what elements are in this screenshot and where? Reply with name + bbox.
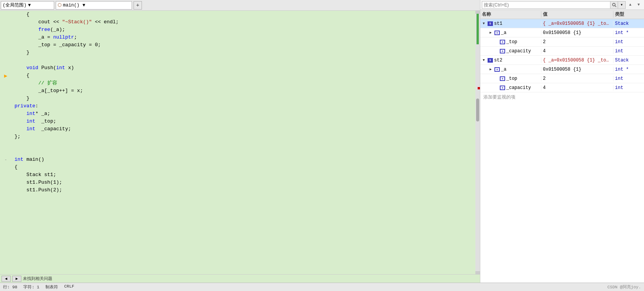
st1-cap-name: _capacity <box>506 48 531 54</box>
watch-cell-type-st2-cap: int <box>613 85 644 91</box>
st1-name: st1 <box>494 21 502 26</box>
gutter-20: - <box>0 156 11 163</box>
watch-row-st2-capacity[interactable]: ▶ a _capacity 4 int <box>480 83 644 92</box>
function-label: main() <box>63 3 79 8</box>
watch-cell-type-st2: Stack <box>613 58 644 63</box>
function-icon: ⬡ <box>58 2 61 8</box>
st1-top-name: _top <box>506 39 517 45</box>
st2-top-name: _top <box>506 76 517 81</box>
scroll-down[interactable] <box>475 271 480 274</box>
expand-st2-a-icon[interactable]: ▶ <box>488 67 493 72</box>
encoding-indicator: CRLF <box>64 284 74 290</box>
gutter-5 <box>0 41 11 49</box>
watch-cell-name-st2-top: ▶ a _top <box>480 76 541 81</box>
mode-indicator: 制表符 <box>45 284 58 290</box>
gutter-23 <box>0 179 11 186</box>
gutter-16 <box>0 125 11 133</box>
gutter-22 <box>0 171 11 179</box>
green-indicator <box>477 14 479 44</box>
watch-cell-name-st1-top: ▶ a _top <box>480 39 541 45</box>
watch-cell-name-st1: ▼ S st1 <box>480 21 541 26</box>
watermark: CSDN @阿亮joy. <box>607 284 641 290</box>
st2-cap-var-icon: a <box>499 85 506 91</box>
watch-cell-value-st1-cap: 4 <box>541 48 613 54</box>
watch-cell-name-st2-a: ▶ a _a <box>480 67 541 72</box>
st1-top-var-icon: a <box>499 39 506 45</box>
st2-cap-name: _capacity <box>506 85 531 91</box>
watch-row-st2-top[interactable]: ▶ a _top 2 int <box>480 74 644 83</box>
scope-dropdown[interactable]: (全局范围) ▼ <box>1 1 54 10</box>
watch-panel: ▼ ▲ ▼ 名称 值 类型 ▼ S st1 { _a=0x01500058 {1… <box>480 0 644 283</box>
gutter-14 <box>0 110 11 118</box>
add-watch-label: 添加要监视的项 <box>483 94 515 100</box>
col-header-name: 名称 <box>480 11 541 18</box>
st1-a-var-icon: a <box>494 30 500 36</box>
watch-table-header: 名称 值 类型 <box>480 10 644 19</box>
nav-down-button[interactable]: ▼ <box>635 1 642 9</box>
watch-row-st1[interactable]: ▼ S st1 { _a=0x01500058 {1} _top=2 ... S… <box>480 19 644 28</box>
watch-cell-value-st1-top: 2 <box>541 39 613 45</box>
red-marker <box>478 87 480 89</box>
svg-point-0 <box>612 3 615 6</box>
gutter-8 <box>0 64 11 72</box>
bottom-nav: ◄ ► 未找到相关问题 <box>0 274 480 283</box>
search-icon[interactable] <box>610 1 618 9</box>
st2-top-var-icon: a <box>499 76 506 81</box>
scope-label: (全局范围) <box>3 2 26 8</box>
search-dropdown-icon[interactable]: ▼ <box>618 1 626 9</box>
scroll-up[interactable] <box>475 11 480 14</box>
search-input[interactable] <box>482 1 610 9</box>
col-indicator: 字符: 1 <box>23 284 39 290</box>
editor-toolbar: (全局范围) ▼ ⬡ main() ▼ + <box>0 0 480 11</box>
watch-cell-name-st1-cap: ▶ a _capacity <box>480 48 541 54</box>
gutter-9: ▶ <box>0 72 11 79</box>
watch-cell-type-st2-top: int <box>613 76 644 81</box>
gutter-7 <box>0 57 11 64</box>
expand-st1-a-icon[interactable]: ▶ <box>488 30 493 36</box>
watch-cell-type-st2-a: int * <box>613 67 644 72</box>
watch-row-st1-capacity[interactable]: ▶ a _capacity 4 int <box>480 47 644 56</box>
watch-cell-name-st2: ▼ S st2 <box>480 58 541 63</box>
code-text[interactable]: { cout << "~Stack()" << endl; free(_a); … <box>11 11 475 274</box>
watch-cell-type-st1-top: int <box>613 39 644 45</box>
watch-search-bar: ▼ ▲ ▼ <box>480 0 644 10</box>
code-pre: { cout << "~Stack()" << endl; free(_a); … <box>11 11 475 194</box>
watch-row-st1-top[interactable]: ▶ a _top 2 int <box>480 37 644 47</box>
watch-table: ▼ S st1 { _a=0x01500058 {1} _top=2 ... S… <box>480 19 644 283</box>
gutter-2 <box>0 18 11 26</box>
watch-row-st2-a[interactable]: ▶ a _a 0x01500058 {1} int * <box>480 65 644 74</box>
gutter-1 <box>0 11 11 18</box>
next-button[interactable]: ► <box>12 276 21 282</box>
watch-cell-value-st2-top: 2 <box>541 76 613 81</box>
watch-row-st1-a[interactable]: ▶ a _a 0x01500058 {1} int * <box>480 28 644 37</box>
watch-cell-name-st1-a: ▶ a _a <box>480 30 541 36</box>
issue-label: 未找到相关问题 <box>23 276 52 281</box>
row-indicator: 行: 98 <box>3 284 17 290</box>
add-watch-item[interactable]: 添加要监视的项 <box>480 92 644 102</box>
function-dropdown[interactable]: ⬡ main() ▼ <box>56 1 132 10</box>
watch-cell-type-st1-cap: int <box>613 48 644 54</box>
expand-st1-icon[interactable]: ▼ <box>481 21 486 26</box>
expand-st2-icon[interactable]: ▼ <box>481 58 486 63</box>
watch-cell-value-st2-a: 0x01500058 {1} <box>541 67 613 72</box>
st2-name: st2 <box>494 58 502 63</box>
watermark-text: CSDN @阿亮joy. <box>607 285 641 289</box>
watch-row-st2[interactable]: ▼ S st2 { _a=0x01500058 {1} _top=2 ... S… <box>480 56 644 65</box>
st1-cap-var-icon: a <box>499 48 506 54</box>
prev-button[interactable]: ◄ <box>2 276 11 282</box>
code-content: ▶ - { cout << "~Stack()" << endl <box>0 11 480 274</box>
gutter-19 <box>0 148 11 156</box>
gutter-15 <box>0 118 11 125</box>
gutter-24 <box>0 186 11 194</box>
watch-cell-value-st2: { _a=0x01500058 {1} _top=2 ... <box>541 58 613 63</box>
plus-button[interactable]: + <box>134 1 142 10</box>
watch-cell-type-st1-a: int * <box>613 30 644 36</box>
scroll-thumb[interactable] <box>476 99 479 121</box>
scope-chevron: ▼ <box>28 3 31 8</box>
gutter-11 <box>0 87 11 95</box>
status-left: 行: 98 字符: 1 制表符 CRLF <box>3 284 74 290</box>
gutter-area: ▶ - <box>0 11 11 274</box>
nav-up-button[interactable]: ▲ <box>626 1 634 9</box>
function-chevron: ▼ <box>82 3 85 8</box>
editor-vscroll[interactable] <box>475 11 480 274</box>
